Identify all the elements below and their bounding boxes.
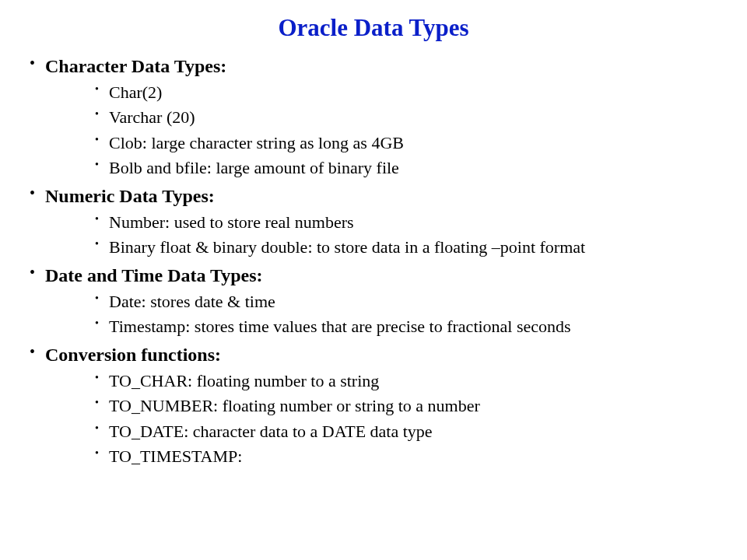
- list-item: TO_NUMBER: floating number or string to …: [109, 394, 724, 419]
- section-heading: Numeric Data Types:: [45, 183, 724, 210]
- sub-list: Number: used to store real numbers Binar…: [45, 210, 724, 261]
- section-heading: Date and Time Data Types:: [45, 262, 724, 289]
- list-item: TO_TIMESTAMP:: [109, 444, 724, 470]
- list-item: Number: used to store real numbers: [109, 210, 724, 236]
- sub-list: Char(2) Varchar (20) Clob: large charact…: [45, 80, 724, 181]
- section-heading: Conversion functions:: [45, 341, 724, 369]
- section: Character Data Types: Char(2) Varchar (2…: [45, 53, 724, 181]
- content-list: Character Data Types: Char(2) Varchar (2…: [23, 53, 724, 470]
- list-item: Char(2): [109, 80, 724, 106]
- list-item: Timestamp: stores time values that are p…: [109, 314, 724, 340]
- list-item: Binary float & binary double: to store d…: [109, 235, 724, 261]
- list-item: Varchar (20): [109, 105, 724, 131]
- list-item: TO_CHAR: floating number to a string: [109, 369, 724, 394]
- sub-list: TO_CHAR: floating number to a string TO_…: [45, 369, 724, 470]
- sub-list: Date: stores date & time Timestamp: stor…: [45, 289, 724, 340]
- slide-title: Oracle Data Types: [23, 14, 724, 42]
- list-item: Bolb and bfile: large amount of binary f…: [109, 156, 724, 181]
- section: Conversion functions: TO_CHAR: floating …: [45, 341, 724, 470]
- section-heading: Character Data Types:: [45, 53, 724, 80]
- section: Numeric Data Types: Number: used to stor…: [45, 183, 724, 261]
- list-item: Date: stores date & time: [109, 289, 724, 315]
- list-item: TO_DATE: character data to a DATE data t…: [109, 419, 724, 445]
- list-item: Clob: large character string as long as …: [109, 131, 724, 156]
- section: Date and Time Data Types: Date: stores d…: [45, 262, 724, 340]
